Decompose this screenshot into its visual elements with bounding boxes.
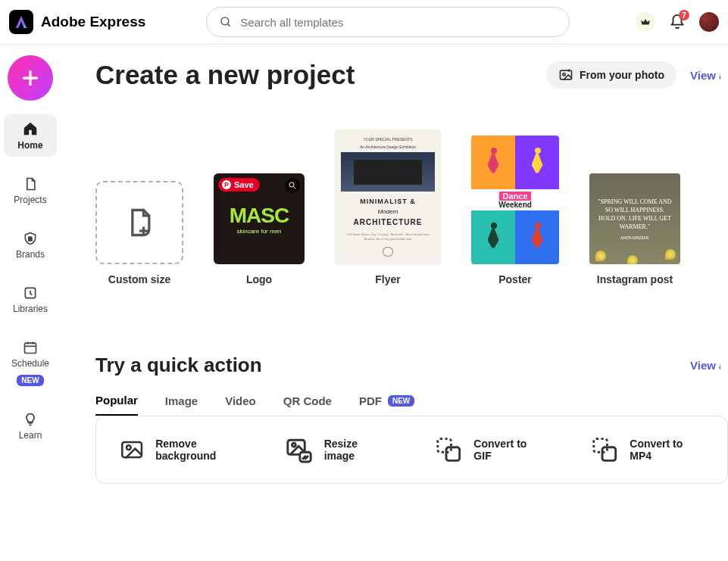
svg-rect-21: [438, 439, 451, 453]
create-button[interactable]: [8, 55, 53, 101]
tab-video[interactable]: Video: [225, 394, 256, 415]
custom-size-thumb: [95, 181, 183, 264]
new-badge: NEW: [17, 375, 43, 386]
new-file-icon: [123, 206, 156, 239]
quick-tabs: Popular Image Video QR Code PDF NEW: [95, 394, 728, 416]
search-input[interactable]: [240, 16, 557, 29]
convert-mp4-icon: [590, 435, 619, 465]
tab-qr-code[interactable]: QR Code: [283, 394, 332, 415]
sidebar-label: Schedule: [11, 358, 49, 369]
poster-thumb: Dance Weekend: [471, 136, 559, 264]
svg-point-14: [289, 182, 294, 187]
convert-gif-icon: [434, 435, 463, 465]
svg-point-17: [127, 445, 131, 450]
svg-rect-6: [25, 343, 36, 353]
flyer-photo: [341, 152, 435, 192]
template-instagram-post[interactable]: "SPRING WILL COME AND SO WILL HAPPINESS.…: [589, 173, 680, 285]
sidebar-item-home[interactable]: Home: [4, 114, 57, 157]
card-label: Instagram post: [597, 273, 673, 285]
svg-point-11: [563, 73, 565, 76]
svg-line-1: [228, 24, 230, 26]
sidebar-label: Projects: [14, 195, 46, 205]
resize-icon: [284, 435, 313, 465]
create-section-header: Create a new project From your photo Vie…: [95, 60, 728, 90]
flyer-thumb: YOUR SPECIAL PRESENTS An Architecture De…: [335, 129, 441, 264]
plus-icon: [20, 68, 40, 88]
template-flyer[interactable]: YOUR SPECIAL PRESENTS An Architecture De…: [335, 129, 441, 285]
search-bar[interactable]: [206, 7, 570, 37]
brand-name: Adobe Express: [41, 14, 145, 30]
svg-rect-16: [122, 442, 142, 457]
template-logo[interactable]: P Save MASC skincare for men Logo: [214, 173, 305, 285]
file-icon: [23, 176, 38, 192]
sidebar-item-brands[interactable]: B Brands: [4, 225, 57, 266]
sidebar-item-projects[interactable]: Projects: [4, 170, 57, 211]
pinterest-save-button[interactable]: P Save: [218, 178, 260, 192]
sidebar-item-learn[interactable]: Learn: [4, 406, 57, 447]
qa-convert-gif[interactable]: Convert to GIF: [434, 435, 545, 465]
card-label: Custom size: [108, 273, 170, 285]
svg-point-0: [221, 17, 229, 25]
tab-popular[interactable]: Popular: [95, 394, 138, 416]
sidebar-item-schedule[interactable]: Schedule NEW: [4, 334, 57, 392]
svg-point-19: [292, 443, 296, 447]
premium-icon[interactable]: [636, 12, 655, 32]
brand-icon: B: [23, 231, 38, 246]
logo-thumb: P Save MASC skincare for men: [214, 173, 305, 264]
home-icon: [22, 120, 39, 137]
tab-image[interactable]: Image: [165, 394, 198, 415]
remove-bg-icon: [119, 435, 145, 465]
view-all-link[interactable]: View all: [690, 359, 720, 372]
from-your-photo-button[interactable]: From your photo: [546, 61, 676, 89]
quick-title: Try a quick action: [95, 354, 262, 377]
sidebar-label: Brands: [16, 249, 45, 260]
quick-action-header: Try a quick action View all: [95, 354, 728, 377]
quick-actions-container: Remove background Resize image Convert t…: [95, 416, 728, 484]
svg-rect-23: [594, 439, 608, 453]
card-label: Poster: [498, 273, 532, 285]
app-header: Adobe Express 7: [0, 0, 728, 45]
create-title: Create a new project: [95, 60, 355, 90]
new-badge: NEW: [388, 395, 414, 407]
sidebar-label: Learn: [19, 430, 42, 441]
template-custom-size[interactable]: Custom size: [95, 181, 183, 285]
sidebar-label: Libraries: [13, 304, 48, 314]
svg-text:B: B: [28, 235, 33, 242]
user-avatar[interactable]: [699, 12, 719, 32]
instagram-thumb: "SPRING WILL COME AND SO WILL HAPPINESS.…: [589, 173, 680, 264]
sidebar: Home Projects B Brands Libraries Schedul…: [0, 45, 61, 561]
view-all-link[interactable]: View all: [690, 69, 720, 82]
calendar-icon: [23, 340, 38, 355]
brand-logo[interactable]: Adobe Express: [9, 10, 145, 34]
qa-remove-background[interactable]: Remove background: [119, 435, 239, 465]
bulb-icon: [23, 412, 38, 427]
sidebar-label: Home: [17, 140, 42, 151]
logo-mark: [9, 10, 33, 34]
tab-pdf[interactable]: PDF NEW: [359, 394, 414, 415]
sidebar-item-libraries[interactable]: Libraries: [4, 279, 57, 320]
qa-resize-image[interactable]: Resize image: [284, 435, 389, 465]
project-template-row: Custom size P Save MASC skincare for men…: [95, 129, 728, 285]
notification-count: 7: [679, 10, 689, 20]
photo-plus-icon: [558, 67, 573, 83]
pinterest-icon: P: [222, 180, 231, 189]
template-poster[interactable]: Dance Weekend Poster: [471, 136, 559, 285]
card-label: Logo: [246, 273, 272, 285]
library-icon: [23, 285, 38, 301]
search-icon: [219, 15, 233, 29]
notifications-button[interactable]: 7: [669, 14, 686, 30]
card-label: Flyer: [375, 273, 400, 285]
svg-line-15: [294, 187, 296, 189]
main-content: Create a new project From your photo Vie…: [61, 45, 728, 561]
qa-convert-mp4[interactable]: Convert to MP4: [590, 435, 705, 465]
svg-rect-24: [602, 447, 616, 461]
header-actions: 7: [636, 12, 719, 32]
svg-rect-22: [446, 447, 460, 461]
expand-icon[interactable]: [285, 178, 300, 193]
